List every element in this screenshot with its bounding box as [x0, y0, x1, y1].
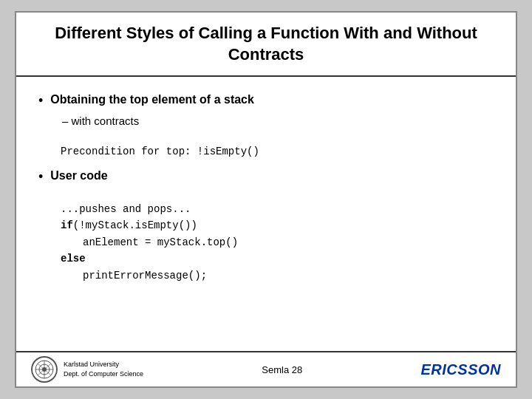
ericsson-brand-text: ERICSSON: [421, 361, 501, 378]
ericsson-logo: ERICSSON: [421, 361, 501, 378]
bullet-section-1: • Obtaining the top element of a stack –…: [38, 92, 494, 129]
code-line-precondition: Precondition for top: !isEmpty(): [61, 143, 494, 160]
university-name: Karlstad University: [64, 360, 143, 369]
code-block-1: Precondition for top: !isEmpty(): [61, 143, 494, 160]
slide-container: Different Styles of Calling a Function W…: [15, 11, 517, 388]
bullet-item-1: • Obtaining the top element of a stack: [38, 92, 494, 110]
slide-footer: Karlstad University Dept. of Computer Sc…: [16, 351, 516, 386]
slide-body: • Obtaining the top element of a stack –…: [16, 77, 516, 351]
bullet-dot-2: •: [38, 168, 43, 186]
university-logo: [31, 356, 58, 383]
university-text: Karlstad University Dept. of Computer Sc…: [64, 360, 143, 378]
code-line-5: printErrorMessage();: [61, 267, 494, 284]
university-logo-svg: [34, 359, 55, 380]
keyword-else: else: [61, 253, 86, 265]
slide-header: Different Styles of Calling a Function W…: [16, 13, 516, 77]
bullet-section-2: • User code: [38, 168, 494, 186]
keyword-if: if: [61, 219, 73, 231]
sub-bullet-1: – with contracts: [62, 113, 494, 129]
bullet-text-2: User code: [50, 168, 107, 184]
university-dept: Dept. of Computer Science: [64, 369, 143, 379]
slide-title: Different Styles of Calling a Function W…: [31, 23, 501, 65]
footer-left: Karlstad University Dept. of Computer Sc…: [31, 356, 143, 383]
code-block-2: ...pushes and pops... if(!myStack.isEmpt…: [61, 201, 494, 284]
code-line-4: else: [61, 250, 494, 267]
bullet-text-1: Obtaining the top element of a stack: [50, 92, 254, 108]
code-line-3: anElement = myStack.top(): [61, 234, 494, 250]
code-line-2: if(!myStack.isEmpty()): [61, 217, 494, 233]
footer-page-label: Semla 28: [262, 364, 302, 375]
code-line-1: ...pushes and pops...: [61, 201, 494, 217]
bullet-dot-1: •: [38, 92, 43, 110]
bullet-item-2: • User code: [38, 168, 494, 186]
